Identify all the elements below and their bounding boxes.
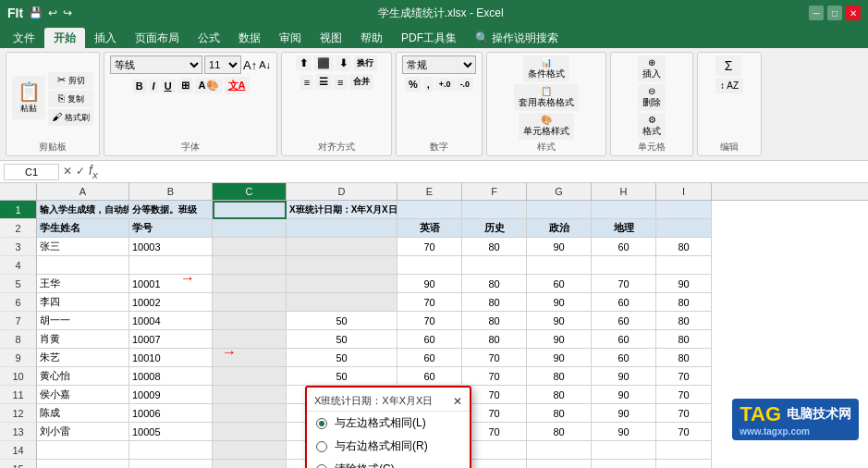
cell-A12[interactable]: 陈成 xyxy=(37,404,129,423)
sum-btn[interactable]: Σ xyxy=(715,55,741,76)
cell-G10[interactable]: 80 xyxy=(527,367,592,386)
row-header-10[interactable]: 10 xyxy=(0,367,36,386)
number-format-select[interactable]: 常规 xyxy=(402,55,476,74)
cancel-formula-btn[interactable]: ✕ xyxy=(63,165,72,178)
maximize-btn[interactable]: □ xyxy=(827,6,842,20)
cell-B12[interactable]: 10006 xyxy=(129,404,213,423)
cell-D5[interactable] xyxy=(287,275,397,293)
tab-search[interactable]: 🔍 操作说明搜索 xyxy=(466,28,568,48)
cell-B4[interactable] xyxy=(129,256,213,275)
cell-styles-btn[interactable]: 🎨 单元格样式 xyxy=(519,113,574,140)
cell-A10[interactable]: 黄心怡 xyxy=(37,367,129,386)
insert-btn[interactable]: ⊕ 插入 xyxy=(638,55,666,82)
fill-color-btn[interactable]: A🎨 xyxy=(195,78,223,93)
cell-A3[interactable]: 张三 xyxy=(37,238,129,256)
confirm-formula-btn[interactable]: ✓ xyxy=(76,165,85,178)
cell-I14[interactable] xyxy=(656,441,712,460)
cell-H13[interactable]: 90 xyxy=(592,423,656,441)
row-header-5[interactable]: 5 xyxy=(0,275,36,293)
cell-I5[interactable]: 90 xyxy=(656,275,712,293)
cell-D2[interactable] xyxy=(287,219,397,238)
cell-I1[interactable] xyxy=(656,201,712,219)
cell-A13[interactable]: 刘小雷 xyxy=(37,423,129,441)
cell-B1[interactable]: 分等数据。班级 xyxy=(129,201,213,219)
tab-file[interactable]: 文件 xyxy=(4,28,44,48)
cell-C5[interactable] xyxy=(213,275,287,293)
col-header-H[interactable]: H xyxy=(592,183,656,200)
row-header-9[interactable]: 9 xyxy=(0,349,36,367)
cell-B3[interactable]: 10003 xyxy=(129,238,213,256)
popup-item-clear[interactable]: 清除格式(C) xyxy=(307,458,470,468)
row-header-13[interactable]: 13 xyxy=(0,423,36,441)
cell-A4[interactable] xyxy=(37,256,129,275)
col-header-G[interactable]: G xyxy=(527,183,592,200)
sort-btn[interactable]: ↕ AZ xyxy=(715,78,743,93)
popup-item-right[interactable]: 与右边格式相同(R) xyxy=(307,435,470,458)
row-header-12[interactable]: 12 xyxy=(0,404,36,423)
border-btn[interactable]: ⊞ xyxy=(177,78,193,93)
cell-E10[interactable]: 60 xyxy=(397,367,462,386)
cell-E1[interactable] xyxy=(397,201,462,219)
cell-A6[interactable]: 李四 xyxy=(37,293,129,312)
cell-A14[interactable] xyxy=(37,441,129,460)
corner-cell[interactable] xyxy=(0,183,37,200)
cell-H8[interactable]: 60 xyxy=(592,330,656,349)
cell-A9[interactable]: 朱艺 xyxy=(37,349,129,367)
cell-F8[interactable]: 80 xyxy=(462,330,527,349)
cell-H7[interactable]: 60 xyxy=(592,312,656,330)
tab-data[interactable]: 数据 xyxy=(229,28,270,48)
row-header-11[interactable]: 11 xyxy=(0,386,36,404)
font-family-select[interactable]: 等线 xyxy=(110,55,202,74)
cell-F2[interactable]: 历史 xyxy=(462,219,527,238)
popup-item-left[interactable]: 与左边格式相同(L) xyxy=(307,412,470,435)
cell-F7[interactable]: 80 xyxy=(462,312,527,330)
cell-B6[interactable]: 10002 xyxy=(129,293,213,312)
tab-formula[interactable]: 公式 xyxy=(189,28,229,48)
undo-btn[interactable]: ↩ xyxy=(48,6,57,19)
decrease-decimal-btn[interactable]: -.0 xyxy=(457,78,474,91)
row-header-8[interactable]: 8 xyxy=(0,330,36,349)
cell-D8[interactable]: 50 xyxy=(287,330,397,349)
tab-view[interactable]: 视图 xyxy=(311,28,351,48)
cell-B7[interactable]: 10004 xyxy=(129,312,213,330)
cell-E2[interactable]: 英语 xyxy=(397,219,462,238)
comma-btn[interactable]: , xyxy=(423,77,434,92)
cell-I8[interactable]: 80 xyxy=(656,330,712,349)
underline-btn[interactable]: U xyxy=(161,79,176,93)
cell-E7[interactable]: 70 xyxy=(397,312,462,330)
tab-page-layout[interactable]: 页面布局 xyxy=(126,28,189,48)
cell-F4[interactable] xyxy=(462,256,527,275)
copy-btn[interactable]: ⎘ 复制 xyxy=(48,91,93,107)
cut-btn[interactable]: ✂ 剪切 xyxy=(48,72,93,89)
cell-A5[interactable]: 王华 xyxy=(37,275,129,293)
increase-decimal-btn[interactable]: +.0 xyxy=(435,78,455,91)
cell-I11[interactable]: 70 xyxy=(656,386,712,404)
row-header-6[interactable]: 6 xyxy=(0,293,36,312)
align-bottom-btn[interactable]: ⬇ xyxy=(336,55,351,71)
formula-input[interactable] xyxy=(102,164,864,180)
minimize-btn[interactable]: ─ xyxy=(809,6,824,20)
cell-D7[interactable]: 50 xyxy=(287,312,397,330)
cell-F5[interactable]: 80 xyxy=(462,275,527,293)
paste-btn[interactable]: 📋 粘贴 xyxy=(12,76,45,119)
cell-A7[interactable]: 胡一一 xyxy=(37,312,129,330)
col-header-B[interactable]: B xyxy=(129,183,213,200)
cell-F12[interactable]: 70 xyxy=(462,404,527,423)
cell-G14[interactable] xyxy=(527,441,592,460)
format-btn[interactable]: ⚙ 格式 xyxy=(638,113,666,140)
cell-G6[interactable]: 90 xyxy=(527,293,592,312)
popup-close-btn[interactable]: ✕ xyxy=(453,395,462,408)
conditional-format-btn[interactable]: 📊 条件格式 xyxy=(523,55,569,82)
cell-B10[interactable]: 10008 xyxy=(129,367,213,386)
row-header-14[interactable]: 14 xyxy=(0,441,36,460)
cell-B9[interactable]: 10010 xyxy=(129,349,213,367)
cell-H5[interactable]: 70 xyxy=(592,275,656,293)
cell-D9[interactable]: 50 xyxy=(287,349,397,367)
cell-H14[interactable] xyxy=(592,441,656,460)
cell-C12[interactable] xyxy=(213,404,287,423)
tab-insert[interactable]: 插入 xyxy=(85,28,126,48)
cell-D1[interactable]: X班统计日期：X年X月X日 xyxy=(287,201,397,219)
wrap-text-btn[interactable]: 换行 xyxy=(353,55,377,71)
cell-H12[interactable]: 90 xyxy=(592,404,656,423)
cell-D10[interactable]: 50 xyxy=(287,367,397,386)
